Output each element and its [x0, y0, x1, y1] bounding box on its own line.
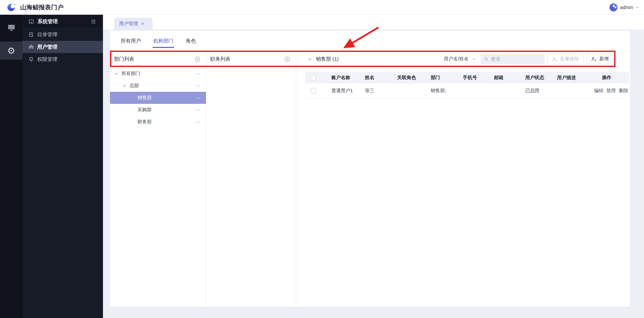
add-department-button[interactable]: [194, 56, 201, 62]
sidebar-section-header: 系统管理: [22, 15, 103, 28]
col-operations: 操作: [594, 72, 629, 83]
sidebar-item-users[interactable]: 用户管理: [22, 41, 103, 53]
icon-rail: ⚙: [0, 15, 22, 318]
content-area: 用户管理 所有用户 机构部门 角色 部门列表: [103, 15, 644, 318]
col-roles: 关联角色: [397, 72, 431, 83]
tree-item-label: 总部: [129, 83, 139, 89]
document-icon: [29, 32, 34, 37]
search-icon: [484, 57, 489, 62]
tree-item-finance-dept[interactable]: 财务部: [110, 116, 206, 128]
table-row: 普通用户1 张三 销售部; 已启用 编辑: [305, 83, 629, 98]
cell-email: [494, 83, 525, 98]
page-tab-user-management[interactable]: 用户管理: [114, 18, 153, 29]
filter-field-label: 用户名/姓名: [444, 56, 469, 62]
user-view-tabs: 所有用户 机构部门 角色: [110, 31, 630, 51]
users-panel-header: 销售部 (1) 用户名/姓名: [296, 51, 630, 67]
tab-org-dept[interactable]: 机构部门: [153, 31, 173, 51]
position-panel-header: 职务列表: [206, 51, 296, 67]
tree-item-headquarters[interactable]: 总部: [110, 80, 206, 92]
users-table-wrap: 账户名称 姓名 关联角色 部门 手机号 邮箱 用户状态 用户描述 操作: [305, 72, 629, 99]
batch-remove-label: 批量移除: [560, 56, 579, 62]
batch-remove-button[interactable]: 批量移除: [547, 54, 584, 64]
row-checkbox[interactable]: [311, 88, 316, 93]
main-card: 所有用户 机构部门 角色 部门列表: [110, 31, 630, 307]
cell-phone: [463, 83, 494, 98]
department-tree: 所有部门 总部: [110, 67, 206, 128]
topbar: 山海鲸报表门户 admin: [0, 0, 644, 15]
tab-role[interactable]: 角色: [186, 31, 196, 51]
sidebar-item-label: 权限管理: [37, 56, 57, 63]
tree-item-label: 采购部: [138, 107, 152, 113]
select-all-checkbox[interactable]: [311, 75, 316, 80]
delete-action[interactable]: 删除: [619, 88, 628, 94]
users-panel: 销售部 (1) 用户名/姓名: [296, 51, 630, 307]
tree-item-label: 财务部: [138, 119, 152, 125]
tree-item-label: 销售部: [138, 95, 152, 101]
department-panel: 部门列表 所有部门: [110, 51, 206, 307]
add-user-label: 新增: [599, 56, 609, 62]
tree-item-sales-dept[interactable]: 销售部: [110, 92, 206, 104]
col-name: 姓名: [365, 72, 397, 83]
col-email: 邮箱: [494, 72, 525, 83]
department-panel-title: 部门列表: [114, 56, 134, 62]
cell-dept: 销售部;: [431, 83, 463, 98]
gear-icon: ⚙: [7, 46, 15, 55]
chevron-down-icon[interactable]: [114, 72, 118, 76]
cell-name: 张三: [365, 83, 397, 98]
app-title: 山海鲸报表门户: [20, 3, 64, 11]
users-table: 账户名称 姓名 关联角色 部门 手机号 邮箱 用户状态 用户描述 操作: [305, 72, 629, 99]
collapse-menu-icon[interactable]: [91, 19, 96, 24]
user-avatar: [609, 3, 618, 12]
page-tabstrip: 用户管理: [103, 15, 644, 29]
add-user-button[interactable]: 新增: [586, 54, 613, 64]
filter-field-dropdown[interactable]: 用户名/姓名: [444, 56, 476, 62]
col-status: 用户状态: [525, 72, 557, 83]
user-add-icon: [591, 56, 597, 62]
more-actions-icon[interactable]: [196, 71, 201, 76]
tab-all-users[interactable]: 所有用户: [121, 31, 141, 51]
col-phone: 手机号: [463, 72, 494, 83]
tree-item-label: 所有部门: [121, 71, 140, 77]
rail-settings-button[interactable]: ⚙: [0, 42, 22, 60]
tree-item-all-departments[interactable]: 所有部门: [110, 68, 206, 80]
position-panel: 职务列表: [206, 51, 296, 307]
cell-desc: [557, 83, 594, 98]
more-actions-icon[interactable]: [196, 96, 201, 101]
chevron-down-icon: [635, 5, 639, 9]
close-icon[interactable]: [141, 22, 145, 25]
sidebar-item-permissions[interactable]: 权限管理: [22, 53, 103, 66]
more-actions-icon[interactable]: [196, 83, 201, 88]
search-input[interactable]: [491, 56, 538, 62]
users-icon: [29, 44, 34, 50]
brand: 山海鲸报表门户: [0, 3, 64, 12]
cell-roles: [397, 83, 431, 98]
add-position-button[interactable]: [284, 56, 290, 62]
disable-action[interactable]: 禁用: [606, 88, 616, 94]
app-logo-icon: [7, 3, 16, 12]
sidebar-item-label: 目录管理: [37, 31, 57, 38]
rail-dashboard-button[interactable]: [0, 19, 22, 37]
search-box[interactable]: [481, 54, 544, 64]
cell-account: 普通用户1: [331, 83, 365, 98]
sidebar: 系统管理 目录管理 用户管理 权限管理: [22, 15, 103, 318]
user-remove-icon: [552, 56, 557, 62]
more-actions-icon[interactable]: [196, 108, 201, 113]
department-panel-header: 部门列表: [110, 51, 206, 67]
window-icon: [29, 19, 34, 24]
sidebar-item-label: 用户管理: [37, 44, 57, 50]
col-dept: 部门: [431, 72, 463, 83]
chevron-down-icon[interactable]: [122, 84, 126, 88]
page-tab-label: 用户管理: [119, 21, 138, 27]
chevron-down-icon: [472, 57, 476, 61]
chevron-down-icon[interactable]: [308, 57, 312, 61]
user-menu[interactable]: admin: [609, 3, 644, 12]
edit-action[interactable]: 编辑: [594, 88, 603, 94]
sidebar-section-label: 系统管理: [38, 18, 58, 25]
cell-status: 已启用: [525, 83, 557, 98]
more-actions-icon[interactable]: [196, 120, 201, 125]
table-header-row: 账户名称 姓名 关联角色 部门 手机号 邮箱 用户状态 用户描述 操作: [305, 72, 629, 83]
tree-item-purchasing-dept[interactable]: 采购部: [110, 104, 206, 116]
col-desc: 用户描述: [557, 72, 594, 83]
sidebar-item-catalog[interactable]: 目录管理: [22, 28, 103, 41]
panels: 部门列表 所有部门: [110, 51, 630, 307]
